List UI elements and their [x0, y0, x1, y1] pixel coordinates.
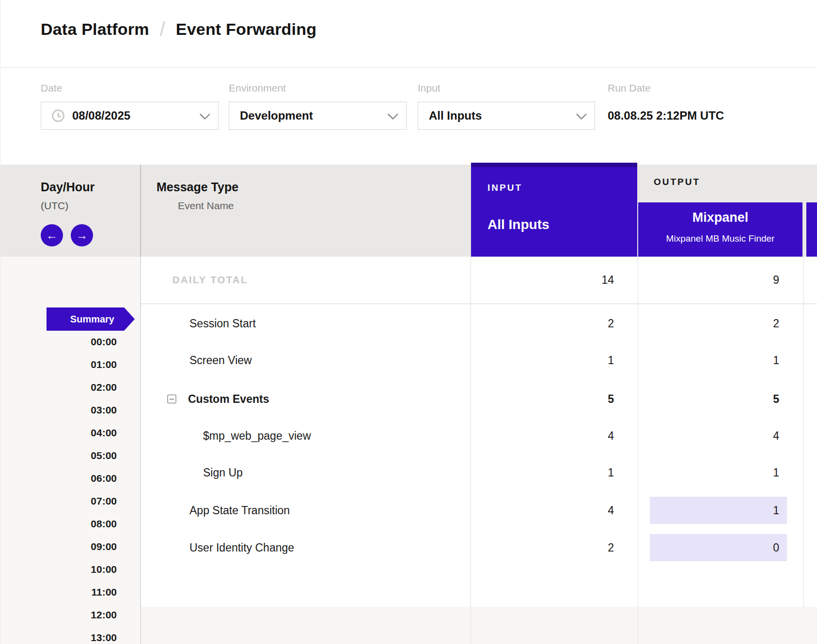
output-count-mp-web-page-view: 4 — [638, 429, 779, 443]
input-count-session-start: 2 — [471, 317, 614, 330]
output-highlight-cell-user-identity-change[interactable]: 0 — [650, 534, 787, 561]
input-section-kicker: INPUT — [487, 183, 522, 193]
arrow-right-icon: → — [76, 230, 88, 241]
output-count-screen-view: 1 — [638, 354, 779, 367]
input-select[interactable]: All Inputs — [418, 102, 595, 130]
output-column-subtitle: Mixpanel MB Music Finder — [638, 233, 802, 244]
event-row-label-mp-web-page-view[interactable]: $mp_web_page_view — [203, 429, 311, 443]
input-count-mp-web-page-view: 4 — [471, 429, 614, 443]
hour-row-00-00[interactable]: 00:00 — [0, 336, 117, 348]
output-count-custom-events: 5 — [638, 393, 779, 406]
body-column-divider — [638, 257, 638, 644]
input-count-sign-up: 1 — [471, 466, 614, 479]
page-title: Event Forwarding — [176, 20, 316, 39]
event-forwarding-page: Data Platform / Event Forwarding Date 08… — [0, 0, 817, 644]
output-highlight-cell-app-state-transition[interactable]: 1 — [650, 497, 787, 524]
breadcrumb-section[interactable]: Data Platform — [41, 20, 149, 39]
hour-row-09-00[interactable]: 09:00 — [0, 541, 117, 552]
body-column-divider — [471, 257, 471, 644]
event-row-label-session-start[interactable]: Session Start — [189, 317, 256, 330]
event-row-label-screen-view[interactable]: Screen View — [189, 354, 252, 367]
header-column-divider — [140, 165, 141, 257]
environment-value: Development — [240, 109, 313, 123]
output-column-name: Mixpanel — [638, 210, 802, 225]
environment-select[interactable]: Development — [229, 102, 407, 130]
output-section-kicker: OUTPUT — [654, 177, 700, 187]
top-bar: Data Platform / Event Forwarding — [0, 0, 817, 68]
hour-row-06-00[interactable]: 06:00 — [0, 473, 117, 484]
message-type-column-title: Message Type — [157, 180, 238, 194]
hour-row-13-00[interactable]: 13:00 — [0, 632, 117, 644]
summary-badge[interactable]: Summary — [47, 307, 135, 331]
output-column-header-partial[interactable] — [806, 202, 817, 257]
hour-row-01-00[interactable]: 01:00 — [0, 359, 117, 370]
event-row-label-sign-up[interactable]: Sign Up — [203, 466, 243, 479]
input-filter-label: Input — [418, 82, 440, 94]
run-date-value: 08.08.25 2:12PM UTC — [608, 109, 724, 123]
collapse-minus-checkbox[interactable] — [167, 395, 176, 404]
output-column-header[interactable]: Mixpanel Mixpanel MB Music Finder — [638, 202, 802, 257]
breadcrumb: Data Platform / Event Forwarding — [41, 18, 316, 40]
date-filter-label: Date — [41, 82, 62, 94]
environment-filter-label: Environment — [229, 82, 286, 94]
clock-icon — [52, 109, 64, 122]
input-count-app-state-transition: 4 — [471, 504, 614, 517]
hour-row-05-00[interactable]: 05:00 — [0, 450, 117, 461]
table-footer-band — [141, 607, 817, 644]
input-count-screen-view: 1 — [471, 354, 614, 367]
daily-total-input-value: 14 — [471, 274, 614, 287]
input-column-header[interactable]: INPUT All Inputs — [471, 167, 637, 257]
input-count-custom-events: 5 — [471, 393, 614, 406]
hour-row-11-00[interactable]: 11:00 — [0, 586, 117, 598]
hour-row-08-00[interactable]: 08:00 — [0, 518, 117, 530]
day-hour-column-title: Day/Hour — [41, 180, 94, 194]
next-day-button[interactable]: → — [71, 224, 93, 246]
input-column-name: All Inputs — [487, 217, 550, 232]
hour-row-12-00[interactable]: 12:00 — [0, 609, 117, 621]
daily-total-divider — [141, 304, 817, 304]
hour-row-03-00[interactable]: 03:00 — [0, 404, 117, 416]
run-date-label: Run Date — [608, 82, 651, 94]
prev-day-button[interactable]: ← — [41, 224, 63, 246]
day-hour-column-subtitle: (UTC) — [41, 200, 68, 212]
hour-row-10-00[interactable]: 10:00 — [0, 564, 117, 575]
breadcrumb-separator: / — [160, 18, 165, 40]
chevron-down-icon — [388, 109, 399, 120]
arrow-left-icon: ← — [46, 230, 58, 241]
daily-total-label: DAILY TOTAL — [173, 275, 248, 286]
date-select[interactable]: 08/08/2025 — [41, 102, 219, 130]
summary-badge-label: Summary — [70, 314, 114, 325]
input-count-user-identity-change: 2 — [471, 541, 614, 554]
input-column-top-strip — [471, 163, 637, 167]
event-name-column-subtitle: Event Name — [178, 200, 234, 212]
output-count-session-start: 2 — [638, 317, 779, 330]
hour-row-02-00[interactable]: 02:00 — [0, 382, 117, 393]
chevron-down-icon — [200, 109, 211, 120]
hour-row-04-00[interactable]: 04:00 — [0, 427, 117, 439]
body-column-divider — [803, 257, 804, 607]
date-value: 08/08/2025 — [72, 109, 130, 123]
daily-total-output-value: 9 — [638, 274, 779, 287]
body-column-divider — [140, 257, 141, 644]
input-value: All Inputs — [429, 109, 482, 123]
event-row-label-app-state-transition[interactable]: App State Transition — [189, 504, 290, 517]
event-row-label-user-identity-change[interactable]: User Identity Change — [189, 541, 294, 554]
output-count-sign-up: 1 — [638, 466, 779, 479]
chevron-down-icon — [576, 109, 587, 120]
event-row-label-custom-events[interactable]: Custom Events — [188, 393, 269, 406]
hour-row-07-00[interactable]: 07:00 — [0, 495, 117, 507]
